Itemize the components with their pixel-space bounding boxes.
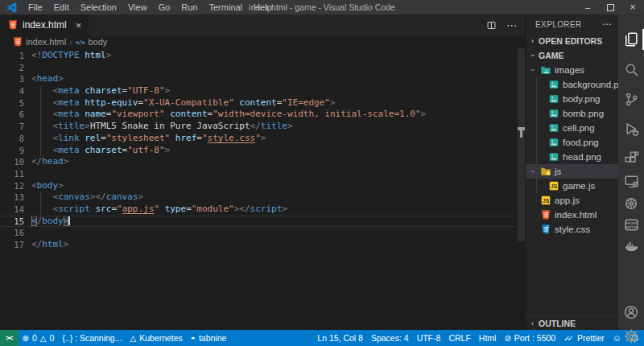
token: <! [31, 50, 42, 60]
restore-window-button[interactable] [599, 0, 621, 14]
code-line-5[interactable]: 5 <meta http-equiv="X-UA-Compatible" con… [0, 97, 525, 109]
activity-kubernetes-icon[interactable] [618, 192, 644, 215]
close-tab-icon[interactable]: × [76, 20, 82, 31]
tree-item-index.html[interactable]: index.html [526, 208, 618, 222]
activity-run-debug-icon[interactable] [618, 117, 644, 140]
close-window-button[interactable]: × [621, 0, 644, 14]
menu-item-view[interactable]: View [122, 0, 153, 14]
line-content[interactable]: <title>HTML5 Snake in Pure JavaScript</t… [31, 121, 293, 133]
status-live-server-port[interactable]: ⊘Port : 5500 [500, 330, 559, 346]
tab-index.html[interactable]: index.html× [0, 14, 89, 35]
more-actions-icon[interactable]: ⋯ [602, 19, 612, 30]
code-line-4[interactable]: 4 <meta charset="UTF-8"> [0, 85, 525, 97]
tree-item-style.css[interactable]: style.css [526, 222, 618, 237]
tree-item-js[interactable]: ›js [526, 164, 618, 179]
tree-item-bomb.png[interactable]: bomb.png [526, 106, 618, 121]
status-remote-indicator[interactable]: >< [0, 330, 19, 346]
status-prettier[interactable]: ✓✓Prettier [559, 330, 609, 346]
menu-item-file[interactable]: File [23, 0, 48, 14]
code-line-12[interactable]: 12<body> [0, 180, 525, 192]
status-scanning[interactable]: {..} : Scanning... [58, 330, 126, 346]
code-line-10[interactable]: 10</head> [0, 156, 525, 168]
minimize-window-button[interactable]: – [576, 0, 599, 14]
status-tabnine[interactable]: ◓tabnine [187, 330, 231, 346]
status-count: 0 [32, 333, 37, 343]
code-line-2[interactable]: 2 [0, 62, 525, 74]
tree-item-images[interactable]: ›images [526, 63, 618, 77]
menu-item-go[interactable]: Go [153, 0, 176, 14]
code-line-15[interactable]: 15</body> [0, 216, 525, 228]
line-content[interactable]: </body> [31, 216, 70, 228]
code-line-17[interactable]: 17</html> [0, 239, 525, 251]
token: html [85, 50, 106, 60]
tree-item-cell.png[interactable]: cell.png [526, 121, 618, 135]
status-text: Kubernetes [139, 333, 183, 343]
code-line-16[interactable]: 16 [0, 227, 525, 239]
tree-item-game.js[interactable]: JSgame.js [526, 179, 618, 193]
code-line-7[interactable]: 7 <title>HTML5 Snake in Pure JavaScript<… [0, 121, 525, 133]
token: href [175, 133, 197, 143]
line-content[interactable]: <!DOCTYPE html> [31, 50, 111, 62]
menu-item-selection[interactable]: Selection [75, 0, 122, 14]
status-indentation[interactable]: Spaces: 4 [367, 330, 413, 346]
breadcrumb[interactable]: index.html›</>body [0, 35, 525, 48]
code-line-8[interactable]: 8 <link rel="stylesheet" href="style.css… [0, 133, 525, 145]
outline-section-header[interactable]: › OUTLINE [526, 315, 618, 330]
token: "X-UA-Compatible" [143, 97, 234, 108]
code-editor[interactable]: 1<!DOCTYPE html>23<head>4 <meta charset=… [0, 48, 525, 330]
menu-item-terminal[interactable]: Terminal [204, 0, 249, 14]
activity-explorer-icon[interactable] [618, 28, 644, 51]
file-link[interactable]: app.js [122, 204, 155, 214]
editor-scrollbar[interactable] [518, 48, 525, 241]
breadcrumb-item-body[interactable]: </>body [75, 37, 107, 47]
line-content[interactable]: <meta charset="UTF-8"> [31, 85, 170, 97]
code-line-3[interactable]: 3<head> [0, 73, 525, 85]
status-text: Spaces: 4 [371, 333, 409, 343]
code-line-11[interactable]: 11 [0, 168, 525, 180]
tree-item-food.png[interactable]: food.png [526, 135, 618, 150]
section-open-editors[interactable]: ›OPEN EDITORS [526, 34, 618, 48]
menu-item-run[interactable]: Run [175, 0, 203, 14]
line-content[interactable]: <canvas></canvas> [31, 192, 143, 204]
line-content[interactable]: <script src="app.js" type="module"></scr… [31, 204, 287, 216]
line-content[interactable]: <head> [31, 73, 64, 85]
code-line-13[interactable]: 13 <canvas></canvas> [0, 192, 525, 204]
line-content[interactable]: <body> [31, 180, 64, 192]
activity-docker-icon[interactable] [618, 234, 644, 257]
more-actions-icon[interactable]: ⋯ [506, 19, 517, 31]
code-line-1[interactable]: 1<!DOCTYPE html> [0, 50, 525, 62]
token: </ [239, 204, 250, 214]
line-content[interactable]: <meta name="viewport" content="width=dev… [31, 109, 426, 121]
activity-search-icon[interactable] [618, 58, 644, 80]
activity-settings-icon[interactable] [618, 325, 644, 346]
status-encoding[interactable]: UTF-8 [413, 330, 445, 346]
activity-remote-explorer-icon[interactable] [618, 170, 644, 192]
tree-item-head.png[interactable]: head.png [526, 150, 618, 164]
split-editor-icon[interactable] [486, 20, 497, 31]
status-problems[interactable]: ⊗0△0 [19, 330, 59, 346]
section-game[interactable]: ›GAME [526, 48, 618, 63]
activity-front-matter-icon[interactable]: FRONTMATTER [618, 213, 644, 236]
text-cursor [68, 216, 70, 225]
code-line-14[interactable]: 14 <script src="app.js" type="module"></… [0, 204, 525, 216]
status-language-mode[interactable]: Html [475, 330, 501, 346]
line-content[interactable]: <meta http-equiv="X-UA-Compatible" conte… [31, 97, 336, 109]
status-kubernetes[interactable]: △Kubernetes [126, 330, 186, 346]
line-content[interactable]: </head> [31, 156, 68, 168]
menu-item-edit[interactable]: Edit [48, 0, 75, 14]
code-line-9[interactable]: 9 <meta charset="utf-8"> [0, 145, 525, 157]
line-content[interactable]: <meta charset="utf-8"> [31, 145, 170, 157]
code-line-6[interactable]: 6 <meta name="viewport" content="width=d… [0, 109, 525, 121]
activity-source-control-icon[interactable] [618, 88, 644, 110]
line-content[interactable]: </html> [31, 239, 68, 251]
line-content[interactable]: <link rel="stylesheet" href="style.css"> [31, 133, 266, 145]
tree-item-app.js[interactable]: JSapp.js [526, 193, 618, 208]
tree-item-body.png[interactable]: body.png [526, 92, 618, 106]
activity-account-icon[interactable] [618, 301, 644, 323]
status-eol[interactable]: CRLF [444, 330, 474, 346]
tree-item-background.png[interactable]: background.png [526, 77, 618, 92]
breadcrumb-item-index.html[interactable]: index.html [12, 36, 66, 47]
status-cursor-position[interactable]: Ln 15, Col 8 [313, 330, 367, 346]
activity-extensions-icon[interactable] [618, 146, 644, 169]
file-link[interactable]: style.css [208, 133, 256, 143]
